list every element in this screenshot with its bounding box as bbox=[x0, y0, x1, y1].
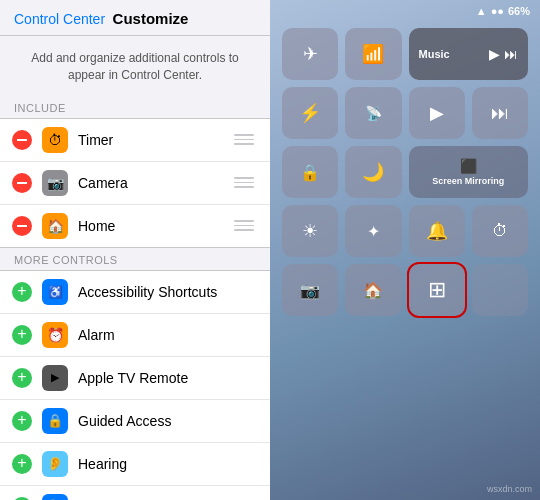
list-item: ⏱ Timer bbox=[0, 119, 270, 162]
wifi2-tile[interactable]: 📡 bbox=[345, 87, 401, 139]
description-text: Add and organize additional controls to … bbox=[0, 36, 270, 96]
add-button[interactable] bbox=[12, 325, 32, 345]
list-item: ⏰ Alarm bbox=[0, 314, 270, 357]
item-label: Camera bbox=[78, 175, 230, 191]
remove-button[interactable] bbox=[12, 173, 32, 193]
watermark: wsxdn.com bbox=[487, 484, 532, 494]
cc-grid: ✈ 📶 Music ▶ ⏭ ⚡ 📡 ▶ ⏭ 🔒 🌙 ⬛ Screen Mirro… bbox=[282, 28, 528, 316]
accessibility-icon: ♿ bbox=[42, 279, 68, 305]
forward-tile[interactable]: ⏭ bbox=[472, 87, 528, 139]
navigation-header: Control Center Customize bbox=[0, 0, 270, 36]
alarm-icon: ⏰ bbox=[42, 322, 68, 348]
item-label: Apple TV Remote bbox=[78, 370, 258, 386]
include-section-header: INCLUDE bbox=[0, 96, 270, 118]
guided-access-icon: 🔒 bbox=[42, 408, 68, 434]
timer-icon: ⏱ bbox=[42, 127, 68, 153]
drag-handle[interactable] bbox=[230, 177, 258, 188]
qr-code-tile[interactable]: ⊞ bbox=[409, 264, 465, 316]
list-item: 🔍 Magnifier bbox=[0, 486, 270, 500]
signal-icon: ●● bbox=[491, 5, 504, 17]
timer-tile[interactable]: ⏱ bbox=[472, 205, 528, 257]
home-icon: 🏠 bbox=[42, 213, 68, 239]
drag-handle[interactable] bbox=[230, 220, 258, 231]
add-button[interactable] bbox=[12, 282, 32, 302]
camera-tile[interactable]: 📷 bbox=[282, 264, 338, 316]
list-item: 📷 Camera bbox=[0, 162, 270, 205]
play-icon: ▶ ⏭ bbox=[489, 46, 518, 62]
moon-tile[interactable]: 🌙 bbox=[345, 146, 401, 198]
list-item: ▶ Apple TV Remote bbox=[0, 357, 270, 400]
bell-tile[interactable]: 🔔 bbox=[409, 205, 465, 257]
music-tile[interactable]: Music ▶ ⏭ bbox=[409, 28, 529, 80]
control-center-panel: ▲ ●● 66% ✈ 📶 Music ▶ ⏭ ⚡ 📡 ▶ ⏭ 🔒 🌙 ⬛ bbox=[270, 0, 540, 500]
screen-mirror-label: Screen Mirroring bbox=[432, 176, 504, 186]
more-controls-header: MORE CONTROLS bbox=[0, 248, 270, 270]
page-title: Customize bbox=[113, 10, 189, 27]
wifi-icon: ▲ bbox=[476, 5, 487, 17]
list-item: 🏠 Home bbox=[0, 205, 270, 247]
cellular-tile[interactable]: 📶 bbox=[345, 28, 401, 80]
item-label: Timer bbox=[78, 132, 230, 148]
status-bar: ▲ ●● 66% bbox=[270, 0, 540, 22]
camera-icon: 📷 bbox=[42, 170, 68, 196]
list-item: 🔒 Guided Access bbox=[0, 400, 270, 443]
screen-mirror-icon: ⬛ bbox=[460, 158, 477, 174]
item-label: Home bbox=[78, 218, 230, 234]
item-label: Guided Access bbox=[78, 413, 258, 429]
brightness2-tile[interactable]: ✦ bbox=[345, 205, 401, 257]
music-label: Music bbox=[419, 48, 450, 60]
back-button[interactable]: Control Center bbox=[14, 11, 105, 27]
more-controls-list: ♿ Accessibility Shortcuts ⏰ Alarm ▶ Appl… bbox=[0, 270, 270, 500]
add-button[interactable] bbox=[12, 454, 32, 474]
magnifier-icon: 🔍 bbox=[42, 494, 68, 500]
airplane-tile[interactable]: ✈ bbox=[282, 28, 338, 80]
screen-mirror-tile[interactable]: ⬛ Screen Mirroring bbox=[409, 146, 529, 198]
item-label: Alarm bbox=[78, 327, 258, 343]
battery-indicator: 66% bbox=[508, 5, 530, 17]
remove-button[interactable] bbox=[12, 216, 32, 236]
add-button[interactable] bbox=[12, 497, 32, 500]
lock-tile[interactable]: 🔒 bbox=[282, 146, 338, 198]
item-label: Accessibility Shortcuts bbox=[78, 284, 258, 300]
add-button[interactable] bbox=[12, 368, 32, 388]
hearing-icon: 👂 bbox=[42, 451, 68, 477]
remove-button[interactable] bbox=[12, 130, 32, 150]
item-label: Hearing bbox=[78, 456, 258, 472]
settings-panel: Control Center Customize Add and organiz… bbox=[0, 0, 270, 500]
list-item: ♿ Accessibility Shortcuts bbox=[0, 271, 270, 314]
brightness-tile[interactable]: ☀ bbox=[282, 205, 338, 257]
play-tile[interactable]: ▶ bbox=[409, 87, 465, 139]
empty-tile bbox=[472, 264, 528, 316]
add-button[interactable] bbox=[12, 411, 32, 431]
bluetooth-tile[interactable]: ⚡ bbox=[282, 87, 338, 139]
home-tile[interactable]: 🏠 bbox=[345, 264, 401, 316]
include-list: ⏱ Timer 📷 Camera 🏠 Home bbox=[0, 118, 270, 248]
drag-handle[interactable] bbox=[230, 134, 258, 145]
list-item: 👂 Hearing bbox=[0, 443, 270, 486]
appletv-icon: ▶ bbox=[42, 365, 68, 391]
